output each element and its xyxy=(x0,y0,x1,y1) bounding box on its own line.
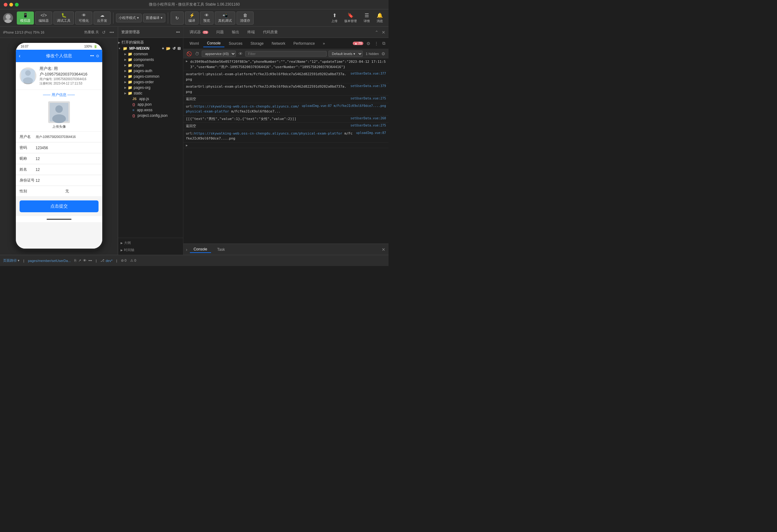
close-panel-button[interactable]: ✕ xyxy=(381,29,386,35)
folder-pages[interactable]: ▶ 📁 pages xyxy=(118,63,183,68)
more-icon[interactable]: ••• xyxy=(90,54,94,58)
idcard-input[interactable] xyxy=(36,178,99,183)
camera-icon[interactable]: ⊙ xyxy=(96,54,99,58)
expand-button[interactable]: ▶ xyxy=(186,143,188,147)
more-icon[interactable]: ••• xyxy=(88,258,92,262)
hotreload-toggle[interactable]: 热重载 关 xyxy=(84,30,99,34)
cloud-button[interactable]: ☁ 云开发 xyxy=(94,11,111,24)
tab-codequality[interactable]: 代码质量 xyxy=(259,28,282,36)
close-button[interactable] xyxy=(4,3,7,7)
detail-button[interactable]: ☰ 详情 xyxy=(361,12,372,24)
refresh-button[interactable]: ↻ xyxy=(171,11,184,24)
more-button[interactable]: ••• xyxy=(109,29,115,35)
tab-debugger[interactable]: 调试器 79 xyxy=(186,28,212,36)
console-settings-button[interactable]: ⚙ xyxy=(381,50,386,57)
tab-console-bottom[interactable]: Console xyxy=(190,246,211,253)
close-console-button[interactable]: ✕ xyxy=(381,246,386,253)
expand-panel-button[interactable]: ⌃ xyxy=(374,29,379,35)
log-link[interactable]: https://skywalking-web.oss-cn-chengdu.al… xyxy=(186,104,299,114)
mode-dropdown[interactable]: 小程序模式 ▾ xyxy=(116,14,142,22)
log-level-select[interactable]: Default levels ▾ xyxy=(329,50,363,57)
add-file-icon[interactable]: + xyxy=(162,46,164,50)
log-source[interactable]: uploadImg.vue:87 m/FcfkeJIcK9ol6f0dce7..… xyxy=(302,104,386,108)
tab-issues[interactable]: 问题 xyxy=(213,28,227,36)
submit-button[interactable]: 点击提交 xyxy=(20,200,99,212)
username-input[interactable] xyxy=(36,135,99,138)
eye-icon[interactable]: 👁 xyxy=(83,258,86,262)
visual-button[interactable]: 👁 可视化 xyxy=(75,11,92,24)
folder-common[interactable]: ▶ 📁 common xyxy=(118,51,183,57)
tab-more[interactable]: » xyxy=(319,40,329,47)
log-source[interactable]: setUserData.vue:379 xyxy=(351,84,386,88)
log-link[interactable]: https://skywalking-web.oss-cn-chengdu.al… xyxy=(194,131,342,135)
device-model[interactable]: iPhone 12/13 (Pro) 75% 16 xyxy=(3,30,44,34)
debugger-button[interactable]: 🐛 调试工具 xyxy=(53,11,74,24)
project-root[interactable]: ▼ 📁 MP-WEIXIN + 📂 ↺ ⊟ xyxy=(118,46,183,51)
password-input[interactable] xyxy=(36,146,99,150)
outline-section[interactable]: ▶ 大纲 xyxy=(118,239,183,246)
tab-output[interactable]: 输出 xyxy=(228,28,243,36)
opened-editors-section[interactable]: ▶ 打开的编辑器 xyxy=(118,39,183,46)
tab-performance[interactable]: Performance xyxy=(290,40,319,47)
log-source[interactable]: setUserData.vue:260 xyxy=(351,116,386,120)
file-projectconfig[interactable]: {} project.config.json xyxy=(118,113,183,118)
version-button[interactable]: 🔖 版本管理 xyxy=(342,12,359,24)
upload-button[interactable]: ⬆ 上传 xyxy=(329,12,340,24)
log-source[interactable]: setUserData.vue:377 xyxy=(351,72,386,75)
dock-button[interactable]: ⧉ xyxy=(382,40,386,46)
copy-icon[interactable]: ⎘ xyxy=(74,258,77,262)
translate-button[interactable]: ⚡ 编译 xyxy=(185,11,199,24)
compile-dropdown[interactable]: 普通编译 ▾ xyxy=(143,14,165,22)
expand-icon[interactable]: ▶ xyxy=(186,60,188,63)
file-appjson[interactable]: {} app.json xyxy=(118,102,183,107)
log-source[interactable]: setUserData.vue:275 xyxy=(351,97,386,100)
log-source[interactable]: uploadImg.vue:87 xyxy=(356,131,386,134)
more-button2[interactable]: ⋮ xyxy=(373,40,379,46)
folder-pages-common[interactable]: ▶ 📁 pages-common xyxy=(118,74,183,79)
navigate-icon[interactable]: ↗ xyxy=(78,258,81,262)
preview-button[interactable]: 👁 预览 xyxy=(200,11,214,24)
add-folder-icon[interactable]: 📂 xyxy=(166,46,171,50)
tab-console[interactable]: Console xyxy=(203,40,224,47)
editor-button[interactable]: </> 编辑器 xyxy=(35,11,52,24)
nickname-input[interactable] xyxy=(36,156,99,161)
maximize-button[interactable] xyxy=(15,3,19,7)
file-appjs[interactable]: JS app.js xyxy=(118,96,183,102)
simulator-button[interactable]: 📱 模拟器 xyxy=(17,11,34,24)
message-button[interactable]: 🔔 消息 xyxy=(374,12,385,24)
tab-wxml[interactable]: Wxml xyxy=(186,40,203,47)
folder-static[interactable]: ▶ 📁 static xyxy=(118,90,183,96)
settings-button[interactable]: ⚙ xyxy=(366,40,371,46)
avatar[interactable] xyxy=(3,13,13,23)
timeline-section[interactable]: ▶ 时间轴 xyxy=(118,246,183,253)
file-panel-more[interactable]: ••• xyxy=(176,30,180,34)
svg-point-0 xyxy=(6,14,11,19)
folder-pages-order[interactable]: ▶ 📁 pages-order xyxy=(118,79,183,85)
console-filter-input[interactable] xyxy=(245,51,327,57)
preserve-log-button[interactable]: ⏱ xyxy=(194,50,200,57)
refresh-tree-icon[interactable]: ↺ xyxy=(173,46,176,50)
file-path[interactable]: pages/member/setUserDa... xyxy=(28,259,71,262)
folder-pages-org[interactable]: ▶ 📁 pages-org xyxy=(118,85,183,90)
realtest-button[interactable]: 📲 真机调试 xyxy=(215,11,235,24)
avatar-upload-section[interactable]: 上传头像 xyxy=(16,99,102,132)
tab-storage[interactable]: Storage xyxy=(247,40,267,47)
clearcache-button[interactable]: 🗑 清缓存 xyxy=(236,11,254,24)
refresh-device-button[interactable]: ↺ xyxy=(101,29,106,35)
file-appwxss[interactable]: ≡ app.wxss xyxy=(118,107,183,113)
folder-pages-auth[interactable]: ▶ 📁 pages-auth xyxy=(118,68,183,74)
log-source[interactable]: setUserData.vue:275 xyxy=(351,124,386,127)
tab-sources[interactable]: Sources xyxy=(225,40,246,47)
context-selector[interactable]: appservice (#3) xyxy=(202,50,236,57)
minimize-button[interactable] xyxy=(9,3,13,7)
devtools-inner-tabs: Wxml Console Sources Storage Network Per… xyxy=(183,38,388,49)
clear-console-button[interactable]: 🚫 xyxy=(186,50,192,57)
realname-input[interactable] xyxy=(36,168,99,172)
back-button[interactable]: ‹ xyxy=(19,53,20,59)
eye-button[interactable]: 👁 xyxy=(238,50,243,57)
collapse-icon[interactable]: ⊟ xyxy=(178,46,181,50)
tab-terminal[interactable]: 终端 xyxy=(244,28,258,36)
tab-task[interactable]: Task xyxy=(214,246,229,253)
tab-network[interactable]: Network xyxy=(268,40,289,47)
folder-components[interactable]: ▶ 📁 components xyxy=(118,57,183,63)
